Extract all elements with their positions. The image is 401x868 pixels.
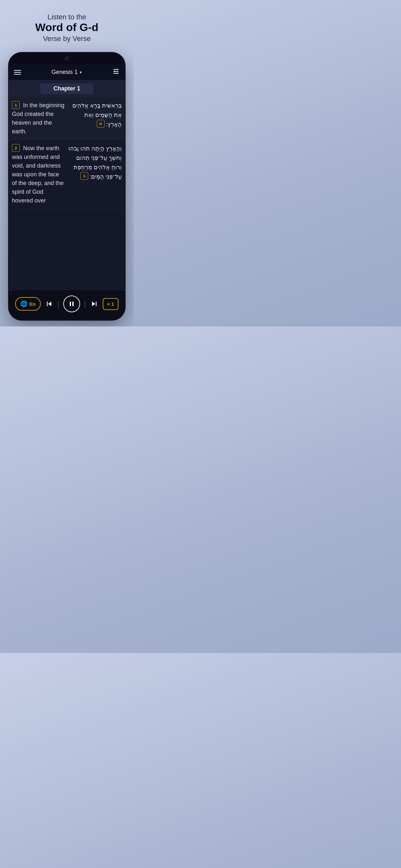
play-pause-button[interactable] [63, 296, 80, 312]
power-button [124, 133, 125, 146]
book-title[interactable]: Genesis 1 ▾ [51, 69, 81, 75]
speed-label: × 1 [107, 301, 114, 307]
bible-content: 1 In the beginning God created the heave… [9, 97, 125, 291]
volume-button [9, 150, 9, 169]
verse-num-2: 2 [12, 144, 20, 152]
chapter-title: Chapter 1 [40, 83, 93, 94]
menu-line-2 [14, 72, 21, 73]
verse-text-en-2: Now the earth was unformed and void, and… [12, 145, 64, 204]
menu-line-1 [14, 70, 21, 71]
settings-button[interactable] [112, 67, 120, 77]
header-title: Word of G-d [35, 21, 98, 33]
separator-1: | [58, 299, 59, 308]
verse-row-2[interactable]: 2 Now the earth was unformed and void, a… [9, 140, 125, 209]
menu-line-3 [14, 74, 21, 74]
phone-notch [9, 53, 125, 64]
globe-icon: 🌐 [20, 300, 27, 307]
app-navbar: Genesis 1 ▾ [9, 64, 125, 80]
header-subtitle: Verse by Verse [35, 35, 98, 43]
rewind-button[interactable] [44, 299, 54, 308]
menu-button[interactable] [14, 70, 21, 74]
phone-frame: Genesis 1 ▾ Chapter 1 1 In the beginning… [9, 53, 125, 320]
verse-num-he-1: א [97, 120, 104, 128]
verse-text-he-2: וְהָאָרֶץ הָיְתָה תֹהוּ וָבֹהוּ וְחֹשֶׁך… [68, 145, 122, 180]
language-button[interactable]: 🌐 En [15, 297, 41, 311]
verse-num-he-2: ב [81, 172, 88, 180]
verse-row-1[interactable]: 1 In the beginning God created the heave… [9, 97, 125, 140]
dropdown-icon: ▾ [80, 70, 82, 74]
lang-label: En [29, 301, 35, 307]
verse-english-1: 1 In the beginning God created the heave… [12, 101, 68, 136]
book-title-label: Genesis 1 [51, 69, 78, 75]
verse-english-2: 2 Now the earth was unformed and void, a… [12, 144, 68, 205]
verse-hebrew-1: בְּרֵאשִׁית בָּרָא אֱלֹהֵים אֵת הַשָּׁמַ… [68, 101, 122, 136]
app-header: Listen to the Word of G-d Verse by Verse [29, 0, 105, 53]
svg-rect-6 [70, 302, 71, 306]
player-controls: 🌐 En | | × [15, 296, 119, 312]
svg-rect-7 [72, 302, 73, 306]
verse-text-en-1: In the beginning God created the heaven … [12, 102, 65, 135]
chapter-header: Chapter 1 [9, 80, 125, 97]
separator-2: | [84, 299, 86, 308]
forward-button[interactable] [90, 299, 99, 308]
phone-camera [65, 57, 69, 60]
media-player: 🌐 En | | × [9, 290, 125, 320]
verse-hebrew-2: וְהָאָרֶץ הָיְתָה תֹהוּ וָבֹהוּ וְחֹשֶׁך… [68, 144, 122, 205]
power-button-lower [124, 150, 125, 162]
verse-num-1: 1 [12, 101, 20, 109]
speed-button[interactable]: × 1 [103, 298, 119, 310]
header-listen-text: Listen to the [35, 13, 98, 21]
